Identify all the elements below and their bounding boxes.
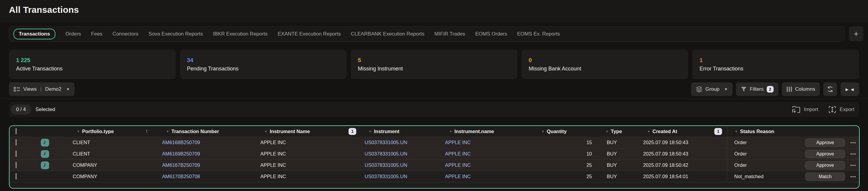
column-header-instrument-name[interactable]: ▾ Instrument Name 1	[257, 128, 361, 135]
transaction-number-link[interactable]: AM6167B250709	[158, 162, 257, 168]
instrument-name-cell: APPLE INC	[257, 174, 361, 180]
row-checkbox[interactable]	[16, 173, 17, 180]
column-header-instrument[interactable]: ▾ Instrument	[361, 129, 441, 134]
transaction-number-link[interactable]: AM6169B250709	[158, 151, 257, 157]
row-menu-icon[interactable]: ⋯	[847, 139, 859, 146]
tab-transactions[interactable]: Transactions	[13, 29, 55, 39]
stat-card-missing-bank-account[interactable]: 0 Missing Bank Account	[522, 50, 688, 79]
stat-card-active-transactions[interactable]: 1 225 Active Transactions	[9, 50, 176, 79]
type-cell: BUY	[598, 162, 640, 168]
column-menu-caret-icon[interactable]: ▾	[606, 130, 608, 133]
stat-value: 34	[187, 57, 340, 63]
row-checkbox[interactable]	[16, 139, 17, 146]
column-header-portfolio-type[interactable]: ▾ Portfolio.type ↑	[69, 128, 158, 134]
filters-label: Filters	[750, 86, 764, 92]
table-row[interactable]: CLIENT AM6169B250709 APPLE INC US0378331…	[9, 148, 859, 160]
instrument-dot-name-link[interactable]: APPLE INC	[441, 140, 534, 145]
column-header-status-reason[interactable]: ▾ Status Reason	[727, 126, 804, 137]
transactions-table: ▾ Portfolio.type ↑ ▾ Transaction Number …	[9, 125, 860, 189]
instrument-dot-name-link[interactable]: APPLE INC	[441, 162, 534, 168]
tab-connectors[interactable]: Connectors	[113, 31, 138, 37]
row-menu-icon[interactable]: ⋯	[847, 173, 859, 180]
tab-sova-execution-reports[interactable]: Sova Execution Reports	[149, 31, 203, 37]
column-filter-count-badge: 1	[714, 128, 722, 135]
instrument-link[interactable]: US0378331005.UN	[361, 140, 441, 145]
column-label: Type	[611, 129, 622, 134]
tab-eoms-ex-reports[interactable]: EOMS Ex. Reports	[517, 31, 560, 37]
filters-button[interactable]: Filters 2	[736, 82, 778, 96]
import-button[interactable]: Import	[792, 106, 818, 113]
column-menu-caret-icon[interactable]: ▾	[167, 130, 168, 133]
table-row[interactable]: CLIENT AM6168B250709 APPLE INC US0378331…	[9, 137, 859, 148]
table-row[interactable]: COMPANY AM6170B250708 APPLE INC US037833…	[9, 171, 859, 182]
views-list-icon	[14, 86, 20, 92]
clock-icon	[41, 139, 49, 146]
tab-clearbank-execution-reports[interactable]: CLEARBANK Execution Reports	[351, 31, 425, 37]
column-menu-caret-icon[interactable]: ▾	[542, 130, 544, 133]
column-header-created-at[interactable]: ▾ Created At 1	[640, 128, 727, 135]
instrument-dot-name-link[interactable]: APPLE INC	[441, 151, 534, 157]
select-all-checkbox[interactable]	[16, 128, 17, 134]
add-tab-button[interactable]: +	[849, 26, 863, 41]
column-menu-caret-icon[interactable]: ▾	[648, 130, 650, 133]
row-menu-icon[interactable]: ⋯	[847, 162, 859, 169]
tab-fees[interactable]: Fees	[91, 31, 102, 37]
instrument-link[interactable]: US0378331005.UN	[361, 151, 441, 157]
column-header-transaction-number[interactable]: ▾ Transaction Number	[158, 129, 257, 134]
transaction-number-link[interactable]: AM6168B250709	[158, 140, 257, 145]
instrument-name-cell: APPLE INC	[257, 151, 361, 157]
instrument-name-cell: APPLE INC	[257, 162, 361, 168]
stat-card-missing-instrument[interactable]: 5 Missing Instrument	[350, 50, 518, 79]
columns-button[interactable]: Columns	[782, 82, 820, 96]
tab-orders[interactable]: Orders	[65, 31, 81, 37]
row-menu-icon[interactable]: ⋯	[847, 151, 859, 158]
collapse-panels-button[interactable]: ▶ ◀	[841, 82, 859, 96]
transaction-number-link[interactable]: AM6170B250708	[158, 174, 257, 180]
column-menu-caret-icon[interactable]: ▾	[265, 130, 267, 133]
selected-label: Selected	[35, 107, 55, 112]
column-header-instrument-dot-name[interactable]: ▾ Instrument.name	[441, 129, 534, 134]
export-button[interactable]: Export	[828, 106, 854, 113]
plus-icon: +	[854, 29, 858, 38]
views-selector-button[interactable]: Views | Demo2 ▼	[9, 82, 74, 96]
refresh-button[interactable]	[823, 82, 837, 96]
column-header-quantity[interactable]: ▾ Quantity	[534, 129, 598, 134]
group-button[interactable]: Group ▼	[691, 82, 733, 96]
created-at-cell: 2025.07.09 18:50:42	[640, 162, 727, 168]
column-menu-caret-icon[interactable]: ▾	[78, 130, 79, 133]
column-menu-caret-icon[interactable]: ▾	[450, 130, 452, 133]
selection-bar: 0 / 4 Selected Import Export	[9, 102, 859, 117]
row-checkbox[interactable]	[16, 162, 17, 168]
filter-funnel-icon	[741, 86, 747, 92]
match-button[interactable]: Match	[805, 172, 845, 181]
stat-card-pending-transactions[interactable]: 34 Pending Transactions	[180, 50, 347, 79]
stat-label: Pending Transactions	[187, 66, 340, 72]
status-reason-cell: Not_matched	[727, 171, 804, 182]
table-row[interactable]: COMPANY AM6167B250709 APPLE INC US037833…	[9, 160, 859, 171]
approve-button[interactable]: Approve	[805, 138, 845, 147]
clock-icon	[41, 150, 49, 158]
table-header-row: ▾ Portfolio.type ↑ ▾ Transaction Number …	[9, 126, 859, 137]
page-title: All Transactions	[9, 5, 79, 15]
column-menu-caret-icon[interactable]: ▾	[369, 130, 371, 133]
type-cell: BUY	[598, 151, 640, 157]
status-reason-cell: Order	[727, 148, 804, 159]
tab-mifir-trades[interactable]: MIFIR Trades	[435, 31, 465, 37]
row-checkbox[interactable]	[16, 151, 17, 157]
layers-icon	[696, 86, 702, 92]
instrument-dot-name-link[interactable]: APPLE INC	[441, 174, 534, 180]
stat-label: Missing Bank Account	[529, 66, 681, 72]
instrument-link[interactable]: US0378331005.UN	[361, 162, 441, 168]
tab-ibkr-execution-reports[interactable]: IBKR Execution Reports	[213, 31, 268, 37]
approve-button[interactable]: Approve	[805, 150, 845, 158]
column-menu-caret-icon[interactable]: ▾	[736, 130, 737, 133]
column-header-type[interactable]: ▾ Type	[598, 129, 640, 134]
approve-button[interactable]: Approve	[805, 161, 845, 169]
instrument-link[interactable]: US0378331005.UN	[361, 174, 441, 180]
import-export-group: Import Export	[792, 106, 854, 113]
collapse-icon: ▶ ◀	[845, 87, 854, 92]
tab-exante-execution-reports[interactable]: EXANTE Execution Reports	[278, 31, 341, 37]
tab-eoms-orders[interactable]: EOMS Orders	[475, 31, 507, 37]
instrument-name-cell: APPLE INC	[257, 140, 361, 145]
stat-card-error-transactions[interactable]: 1 Error Transactions	[692, 50, 859, 79]
